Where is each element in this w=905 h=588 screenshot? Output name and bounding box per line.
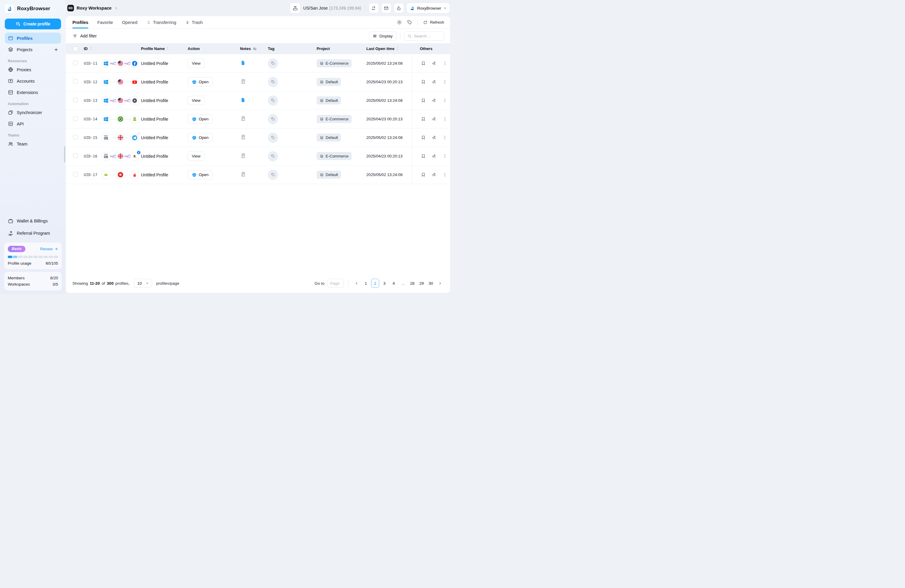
- bookmark-button[interactable]: [420, 60, 426, 67]
- note-filled-icon[interactable]: [240, 60, 246, 66]
- project-chip[interactable]: E-Commerce: [317, 152, 352, 160]
- more-actions-button[interactable]: [442, 60, 448, 67]
- add-filter-button[interactable]: Add filter: [72, 33, 97, 39]
- page-size-select[interactable]: 10: [134, 279, 152, 288]
- note-filled-icon[interactable]: [240, 97, 246, 103]
- project-chip[interactable]: Default: [317, 133, 341, 141]
- row-checkbox[interactable]: [73, 60, 78, 65]
- project-chip[interactable]: Default: [317, 171, 341, 179]
- share-profile-button[interactable]: [431, 134, 437, 141]
- workspace-switcher[interactable]: R0 Roxy Workspace: [67, 5, 118, 11]
- note-add-icon[interactable]: [240, 134, 246, 140]
- refresh-button[interactable]: Refresh: [423, 20, 444, 25]
- create-profile-button[interactable]: Create profile: [5, 19, 61, 29]
- bookmark-button[interactable]: [420, 171, 426, 179]
- column-profile-name[interactable]: Profile Name: [139, 46, 187, 51]
- row-checkbox[interactable]: [73, 153, 78, 158]
- share-profile-button[interactable]: [431, 153, 437, 160]
- sidebar-item-profiles[interactable]: Profiles: [5, 33, 61, 44]
- share-profile-button[interactable]: [431, 171, 437, 179]
- open-button[interactable]: Open: [187, 77, 213, 86]
- tag-button[interactable]: [268, 114, 278, 124]
- bookmark-button[interactable]: [420, 97, 426, 105]
- row-checkbox[interactable]: [73, 116, 78, 121]
- share-profile-button[interactable]: [431, 97, 437, 105]
- page-28[interactable]: 28: [408, 279, 416, 288]
- tag-button[interactable]: [268, 77, 278, 87]
- note-add-icon[interactable]: [240, 171, 246, 177]
- mail-button[interactable]: [381, 3, 391, 13]
- sidebar-item-synchroinzer[interactable]: Synchroinzer: [5, 107, 61, 118]
- sidebar-item-accounts[interactable]: Accounts: [5, 75, 61, 86]
- renew-link[interactable]: Renew: [40, 247, 58, 251]
- sidebar-item-extensions[interactable]: Extensions: [5, 87, 61, 98]
- search-input[interactable]: [414, 34, 441, 38]
- page-29[interactable]: 29: [418, 279, 426, 288]
- column-notes[interactable]: Notes: [237, 46, 265, 51]
- project-chip[interactable]: E-Commerce: [317, 115, 352, 123]
- tag-button[interactable]: [268, 58, 278, 68]
- open-button[interactable]: Open: [187, 114, 213, 124]
- open-button[interactable]: Open: [187, 133, 213, 142]
- row-checkbox[interactable]: [73, 135, 78, 140]
- column-last-open-time[interactable]: Last Open time: [365, 46, 412, 51]
- note-add-icon[interactable]: [240, 116, 246, 122]
- more-actions-button[interactable]: [442, 97, 448, 105]
- sidebar-item-api[interactable]: API: [5, 118, 61, 129]
- more-actions-button[interactable]: [442, 115, 448, 123]
- page-2[interactable]: 2: [371, 279, 379, 288]
- tag-icon[interactable]: [407, 19, 413, 25]
- view-button[interactable]: View: [187, 96, 205, 105]
- tab-favorite[interactable]: Favorite: [97, 16, 113, 29]
- tag-button[interactable]: [268, 95, 278, 106]
- plus-icon[interactable]: [53, 47, 58, 52]
- note-add-icon[interactable]: [240, 153, 246, 159]
- goto-page-input[interactable]: [327, 279, 344, 288]
- tab-transferring[interactable]: Transferring: [146, 16, 176, 29]
- bookmark-button[interactable]: [420, 115, 426, 123]
- sidebar-item-referral[interactable]: Referral Program: [5, 227, 61, 239]
- tab-trash[interactable]: Trash: [185, 16, 203, 29]
- share-profile-button[interactable]: [431, 115, 437, 123]
- tag-button[interactable]: [268, 133, 278, 143]
- bookmark-button[interactable]: [420, 153, 426, 160]
- more-actions-button[interactable]: [442, 134, 448, 141]
- sidebar-item-projects[interactable]: Projects: [5, 44, 61, 55]
- open-button[interactable]: Open: [187, 170, 213, 180]
- sync-button[interactable]: [369, 3, 379, 13]
- prev-page-button[interactable]: [352, 279, 360, 288]
- project-chip[interactable]: Default: [317, 96, 341, 105]
- share-profile-button[interactable]: [431, 78, 437, 86]
- page-3[interactable]: 3: [380, 279, 389, 288]
- page-1[interactable]: 1: [362, 279, 370, 288]
- next-page-button[interactable]: [436, 279, 444, 288]
- row-checkbox[interactable]: [73, 79, 78, 84]
- display-button[interactable]: Display: [369, 32, 397, 41]
- project-chip[interactable]: Default: [317, 78, 341, 86]
- tag-button[interactable]: [268, 151, 278, 161]
- more-actions-button[interactable]: [442, 78, 448, 86]
- lock-button[interactable]: [394, 3, 404, 13]
- sidebar-item-wallet[interactable]: Wallet & Billings: [5, 215, 61, 227]
- tab-profiles[interactable]: Profiles: [72, 16, 88, 29]
- sidebar-item-team[interactable]: Team: [5, 138, 61, 149]
- gear-icon[interactable]: [397, 19, 402, 25]
- view-button[interactable]: View: [187, 151, 205, 161]
- page-30[interactable]: 30: [427, 279, 435, 288]
- tag-button[interactable]: [268, 170, 278, 180]
- account-menu[interactable]: RoxyBrowser: [406, 3, 450, 13]
- more-actions-button[interactable]: [442, 153, 448, 160]
- bookmark-button[interactable]: [420, 78, 426, 86]
- tab-opened[interactable]: Opened: [122, 16, 138, 29]
- sidebar-scrollbar[interactable]: [64, 146, 65, 162]
- sidebar-item-proxies[interactable]: Proxies: [5, 64, 61, 75]
- page-4[interactable]: 4: [390, 279, 398, 288]
- project-chip[interactable]: E-Commerce: [317, 59, 352, 67]
- share-profile-button[interactable]: [431, 60, 437, 67]
- row-checkbox[interactable]: [73, 172, 78, 176]
- select-all-checkbox[interactable]: [73, 46, 78, 51]
- note-add-icon[interactable]: [240, 78, 246, 84]
- row-checkbox[interactable]: [73, 98, 78, 102]
- bookmark-button[interactable]: [420, 134, 426, 141]
- view-button[interactable]: View: [187, 59, 205, 68]
